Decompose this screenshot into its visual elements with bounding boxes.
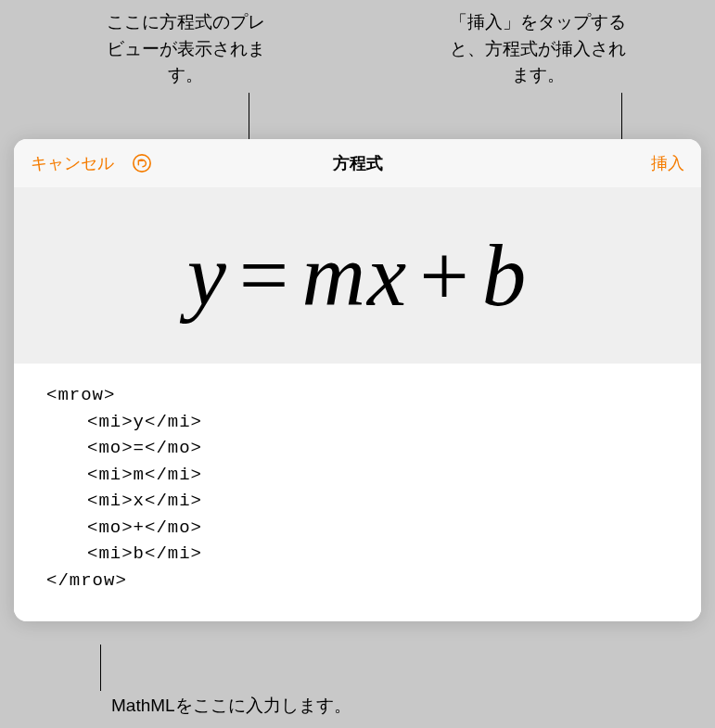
equation-preview-area: y=mx+b (14, 187, 701, 364)
code-line: <mo>+</mo> (46, 515, 669, 542)
eq-var-x: x (367, 226, 408, 325)
eq-var-m: m (301, 226, 367, 325)
annotation-mathml: MathMLをここに入力します。 (111, 693, 351, 720)
callout-line (100, 645, 101, 691)
eq-var-b: b (482, 226, 529, 325)
mathml-code-input[interactable]: <mrow> <mi>y</mi> <mo>=</mo> <mi>m</mi> … (14, 364, 701, 621)
equation-dialog: キャンセル 方程式 挿入 y=mx+b <mrow> <mi>y</mi> <m… (14, 139, 701, 621)
dialog-title: 方程式 (333, 152, 383, 174)
annotation-preview: ここに方程式のプレビューが表示されます。 (102, 9, 269, 89)
code-line: <mi>x</mi> (46, 488, 669, 515)
code-line: <mi>y</mi> (46, 409, 669, 436)
code-line: </mrow> (46, 570, 127, 591)
undo-button[interactable] (131, 152, 153, 174)
code-line: <mi>b</mi> (46, 541, 669, 568)
equation-preview: y=mx+b (187, 224, 529, 326)
svg-point-0 (134, 155, 150, 172)
undo-icon (132, 153, 152, 173)
annotation-insert: 「挿入」をタップすると、方程式が挿入されます。 (445, 9, 631, 89)
eq-op-plus: + (408, 226, 482, 325)
code-line: <mi>m</mi> (46, 462, 669, 489)
eq-var-y: y (187, 226, 228, 325)
dialog-header: キャンセル 方程式 挿入 (14, 139, 701, 187)
code-line: <mo>=</mo> (46, 435, 669, 462)
code-line: <mrow> (46, 385, 115, 405)
cancel-button[interactable]: キャンセル (31, 152, 114, 174)
eq-op-equals: = (228, 226, 302, 325)
insert-button[interactable]: 挿入 (651, 152, 684, 174)
header-left-group: キャンセル (31, 152, 153, 174)
